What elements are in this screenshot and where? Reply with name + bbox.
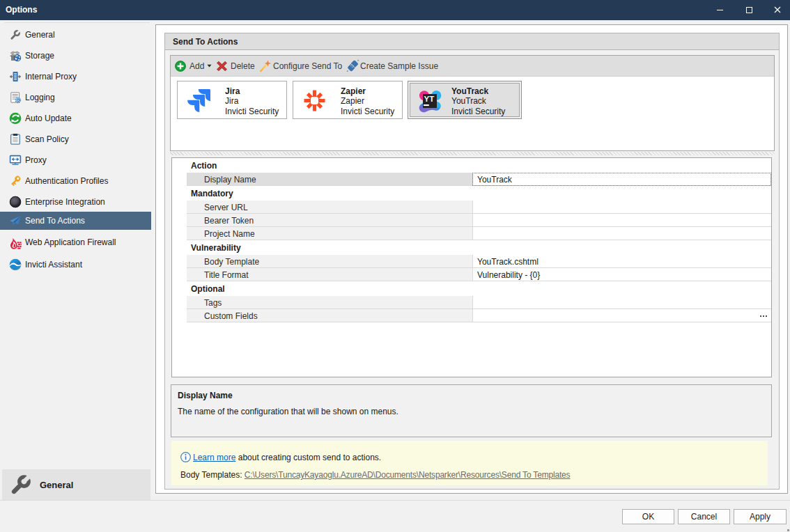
svg-text:YT: YT [424, 95, 435, 103]
